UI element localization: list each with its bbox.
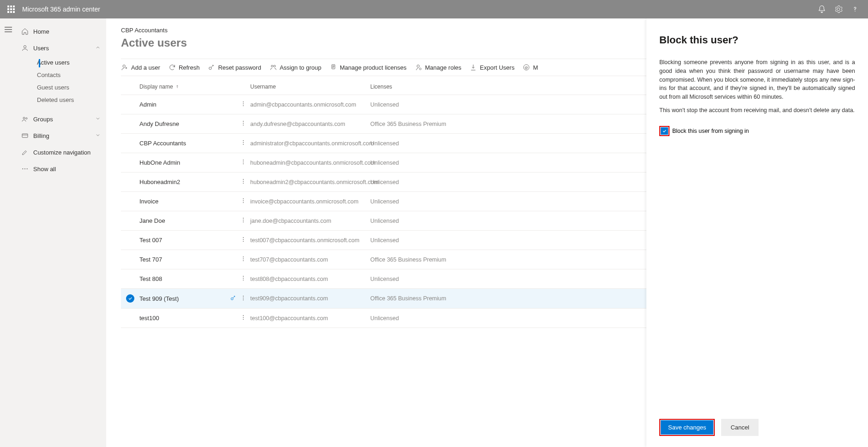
svg-point-57 [243,296,244,297]
row-display-name[interactable]: Admin [139,101,232,108]
nav-home[interactable]: Home [18,23,106,40]
col-licenses[interactable]: Licenses [370,83,490,90]
nav-active-users[interactable]: Active users [32,56,106,69]
topbar: Microsoft 365 admin center [0,0,868,18]
nav-customize[interactable]: Customize navigation [18,144,106,161]
chevron-down-icon [95,132,101,139]
cmd-reset-password[interactable]: Reset password [208,64,261,71]
svg-point-62 [243,319,244,320]
row-username: jane.doe@cbpaccountants.com [250,218,370,224]
svg-point-29 [243,121,244,122]
row-license: Unlicensed [370,315,490,322]
app-launcher-icon[interactable] [5,3,18,16]
svg-point-42 [243,200,244,201]
row-display-name[interactable]: Huboneadmin2 [139,179,232,185]
row-more-icon[interactable] [240,275,247,283]
row-more-icon[interactable] [240,236,247,244]
nav-toggle-icon[interactable] [4,25,15,36]
row-actions-cell [232,139,250,147]
row-actions-cell [232,256,250,263]
svg-point-38 [243,179,244,180]
notifications-icon[interactable] [814,1,830,18]
chevron-up-icon [95,45,101,52]
row-display-name[interactable]: Jane Doe [139,217,232,224]
nav-guest-users[interactable]: Guest users [32,81,106,94]
cmd-manage-licenses[interactable]: Manage product licenses [330,64,407,71]
row-display-name[interactable]: Test 909 (Test) [139,295,232,302]
cmd-overflow[interactable]: @ M [523,64,538,71]
save-changes-button[interactable]: Save changes [661,420,713,435]
row-more-icon[interactable] [240,120,247,128]
block-signin-checkbox-row[interactable]: Block this user from signing in [659,126,855,136]
row-more-icon[interactable] [240,256,247,263]
svg-point-22 [417,65,419,67]
svg-point-33 [243,142,244,143]
nav-billing-label: Billing [33,132,49,139]
row-more-icon[interactable] [240,295,247,303]
svg-rect-13 [22,134,28,137]
nav-home-label: Home [33,28,49,35]
nav-deleted-users[interactable]: Deleted users [32,94,106,106]
row-display-name[interactable]: test100 [139,315,232,322]
checkbox-checked-icon[interactable] [661,127,668,135]
nav-users[interactable]: Users [18,40,106,56]
cmd-reset-label: Reset password [218,64,261,71]
svg-point-16 [27,168,28,169]
nav-billing[interactable]: Billing [18,127,106,144]
row-display-name[interactable]: Andy Dufresne [139,120,232,127]
row-more-icon[interactable] [240,178,247,186]
row-more-icon[interactable] [240,139,247,147]
settings-icon[interactable] [830,1,847,18]
row-display-name[interactable]: HubOne Admin [139,159,232,166]
app-title: Microsoft 365 admin center [22,6,100,13]
svg-rect-3 [7,8,9,10]
row-more-icon[interactable] [240,197,247,205]
svg-point-12 [26,118,27,119]
cmd-manage-roles[interactable]: Manage roles [415,64,462,71]
cmd-manage-roles-label: Manage roles [425,64,462,71]
key-icon[interactable] [230,295,236,303]
row-username: test100@cbpaccountants.com [250,315,370,322]
nav-users-label: Users [33,45,49,52]
svg-point-10 [24,46,26,48]
nav-groups[interactable]: Groups [18,111,106,127]
row-display-name[interactable]: Test 808 [139,275,232,282]
svg-point-18 [209,67,211,69]
nav-groups-label: Groups [33,116,53,123]
chevron-down-icon [95,116,101,123]
panel-footer: Save changes Cancel [659,419,855,436]
cancel-button[interactable]: Cancel [721,419,758,436]
row-display-name[interactable]: Test 007 [139,237,232,244]
row-display-name[interactable]: CBP Accountants [139,140,232,147]
row-display-name[interactable]: Invoice [139,198,232,205]
col-display-name[interactable]: Display name [139,83,250,90]
cmd-assign-group[interactable]: Assign to group [270,64,321,71]
cmd-refresh[interactable]: Refresh [169,64,200,71]
svg-point-59 [243,299,244,300]
edit-icon [20,148,30,157]
svg-point-55 [243,280,244,280]
col-username[interactable]: Username [250,83,370,90]
row-more-icon[interactable] [240,159,247,167]
nav-showall[interactable]: Show all [18,161,106,177]
cmd-add-user[interactable]: Add a user [121,64,160,71]
svg-text:@: @ [525,66,528,70]
row-more-icon[interactable] [240,217,247,225]
panel-paragraph-2: This won't stop the account from receivi… [659,106,855,115]
nav-contacts[interactable]: Contacts [32,69,106,81]
row-more-icon[interactable] [240,314,247,322]
card-icon [20,131,30,140]
row-select-cell[interactable] [121,294,139,303]
row-more-icon[interactable] [240,101,247,108]
cmd-export-users[interactable]: Export Users [470,64,514,71]
svg-point-56 [231,298,233,300]
nav-customize-label: Customize navigation [33,149,90,156]
row-actions-cell [232,120,250,128]
checkbox-label: Block this user from signing in [672,128,749,134]
svg-point-31 [243,125,244,125]
help-icon[interactable] [847,1,863,18]
svg-point-44 [243,218,244,219]
row-username: test007@cbpaccountants.onmicrosoft.com [250,237,370,244]
cmd-overflow-label: M [533,64,538,71]
row-display-name[interactable]: Test 707 [139,256,232,263]
